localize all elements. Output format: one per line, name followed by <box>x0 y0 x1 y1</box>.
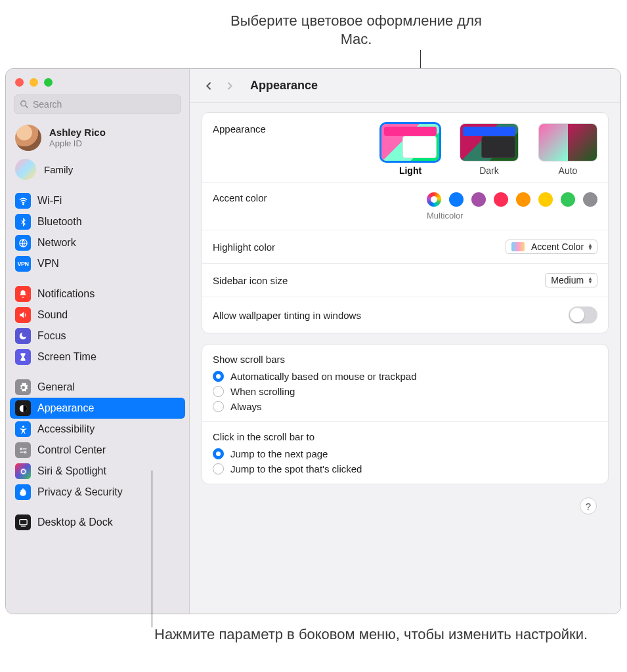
sidebar-item-label: VPN <box>37 258 59 270</box>
sidebar-item-siri-spotlight[interactable]: Siri & Spotlight <box>10 461 185 482</box>
theme-option-dark[interactable]: Dark <box>460 123 519 176</box>
sidebar-item-appearance[interactable]: Appearance <box>10 398 185 419</box>
sidebar-item-network[interactable]: Network <box>10 232 185 253</box>
accent-swatch-multicolor[interactable] <box>427 192 441 207</box>
sidebar-item-label: Sound <box>37 309 68 321</box>
nav-back-button[interactable] <box>203 80 215 92</box>
sidebar-item-family[interactable]: Family <box>6 156 189 188</box>
callout-bottom: Нажмите параметр в боковом меню, чтобы и… <box>154 625 588 644</box>
highlight-label: Highlight color <box>213 242 275 253</box>
radio-option[interactable]: Automatically based on mouse or trackpad <box>202 369 608 384</box>
sidebar-list: Wi-FiBluetoothNetworkVPNVPNNotifications… <box>6 188 189 614</box>
net-icon <box>15 235 31 251</box>
radio-indicator <box>213 371 224 382</box>
theme-thumb-auto <box>538 123 597 161</box>
theme-options: Light Dark Auto <box>381 123 597 176</box>
tinting-toggle[interactable] <box>569 306 597 324</box>
sidebar-size-popup[interactable]: Medium ▲▼ <box>545 273 597 287</box>
traffic-lights <box>6 69 189 93</box>
sidebar-item-accessibility[interactable]: Accessibility <box>10 419 185 440</box>
sidebar-item-label: Notifications <box>37 288 95 300</box>
help-button[interactable]: ? <box>580 497 597 514</box>
header: Appearance <box>190 69 620 103</box>
sidebar-item-sound[interactable]: Sound <box>10 304 185 326</box>
tinting-label: Allow wallpaper tinting in windows <box>213 310 361 321</box>
highlight-popup[interactable]: Accent Color ▲▼ <box>506 240 597 254</box>
svg-line-1 <box>26 106 28 108</box>
user-name: Ashley Rico <box>49 127 106 138</box>
accent-swatch[interactable] <box>561 192 575 207</box>
wifi-icon <box>15 193 31 209</box>
accent-swatch[interactable] <box>449 192 464 207</box>
avatar <box>15 125 41 151</box>
sidebar-item-focus[interactable]: Focus <box>10 326 185 346</box>
page-title: Appearance <box>250 79 318 93</box>
highlight-swatch-icon <box>511 242 525 251</box>
hour-icon <box>15 349 31 365</box>
sidebar-item-privacy-security[interactable]: Privacy & Security <box>10 482 185 503</box>
sidebar-item-notifications[interactable]: Notifications <box>10 284 185 304</box>
accent-selected-name: Multicolor <box>427 211 597 220</box>
accent-swatches <box>427 192 597 207</box>
sidebar-item-label: Focus <box>37 330 66 342</box>
radio-option[interactable]: Jump to the next page <box>202 446 608 461</box>
theme-option-light[interactable]: Light <box>381 123 440 176</box>
accent-row: Accent color Multicolor <box>202 182 608 230</box>
sidebar-size-value: Medium <box>551 275 584 285</box>
highlight-value: Accent Color <box>531 242 584 252</box>
sidebar-item-wi-fi[interactable]: Wi-Fi <box>10 190 185 211</box>
theme-thumb-light <box>381 123 440 161</box>
svg-point-8 <box>24 451 26 453</box>
sidebar-size-label: Sidebar icon size <box>213 275 288 286</box>
search-icon <box>20 100 29 109</box>
radio-indicator <box>213 448 224 459</box>
sidebar-item-label: Privacy & Security <box>37 486 123 498</box>
sidebar-item-label: Screen Time <box>37 351 97 363</box>
moon-icon <box>15 328 31 344</box>
accent-swatch[interactable] <box>583 192 597 207</box>
callout-line <box>152 471 152 627</box>
family-icon <box>15 159 36 180</box>
accent-swatch[interactable] <box>538 192 553 207</box>
sidebar-item-label: Network <box>37 237 76 249</box>
content: Appearance Light Dark Auto <box>190 103 620 524</box>
zoom-button[interactable] <box>44 78 53 87</box>
appearance-panel: Appearance Light Dark Auto <box>202 112 609 333</box>
close-button[interactable] <box>15 78 24 87</box>
sidebar-item-appleid[interactable]: Ashley Rico Apple ID <box>6 121 189 156</box>
theme-caption-dark: Dark <box>460 165 519 176</box>
scrollclick-title: Click in the scroll bar to <box>202 421 608 446</box>
sidebar-item-label: Desktop & Dock <box>37 516 113 528</box>
accent-swatch[interactable] <box>494 192 508 207</box>
svg-point-2 <box>22 203 24 205</box>
user-sub: Apple ID <box>49 138 106 148</box>
sidebar-item-control-center[interactable]: Control Center <box>10 440 185 461</box>
sidebar-item-label: General <box>37 381 75 393</box>
chevron-updown-icon: ▲▼ <box>588 277 593 284</box>
radio-option[interactable]: When scrolling <box>202 384 608 399</box>
nav-forward-button[interactable] <box>224 80 236 92</box>
radio-option[interactable]: Always <box>202 399 608 421</box>
bt-icon <box>15 214 31 230</box>
sidebar-item-label: Bluetooth <box>37 216 82 228</box>
sidebar: Search Ashley Rico Apple ID Family Wi-Fi… <box>6 69 190 614</box>
radio-option[interactable]: Jump to the spot that's clicked <box>202 461 608 484</box>
scroll-panel: Show scroll bars Automatically based on … <box>202 344 609 484</box>
theme-caption-light: Light <box>381 165 440 176</box>
sidebar-item-desktop-dock[interactable]: Desktop & Dock <box>10 512 185 533</box>
sidebar-item-general[interactable]: General <box>10 377 185 398</box>
tinting-row: Allow wallpaper tinting in windows <box>202 297 608 333</box>
radio-label: Automatically based on mouse or trackpad <box>230 371 416 382</box>
sidebar-item-label: Appearance <box>37 402 94 414</box>
sidebar-item-label: Accessibility <box>37 423 95 435</box>
search-input[interactable]: Search <box>14 94 181 114</box>
sidebar-item-bluetooth[interactable]: Bluetooth <box>10 211 185 232</box>
accent-swatch[interactable] <box>516 192 530 207</box>
svg-rect-13 <box>20 525 26 526</box>
accent-swatch[interactable] <box>471 192 486 207</box>
sidebar-item-screen-time[interactable]: Screen Time <box>10 346 185 368</box>
sidebar-item-vpn[interactable]: VPNVPN <box>10 253 185 274</box>
minimize-button[interactable] <box>30 78 38 87</box>
appearance-row: Appearance Light Dark Auto <box>202 113 608 182</box>
theme-option-auto[interactable]: Auto <box>538 123 597 176</box>
